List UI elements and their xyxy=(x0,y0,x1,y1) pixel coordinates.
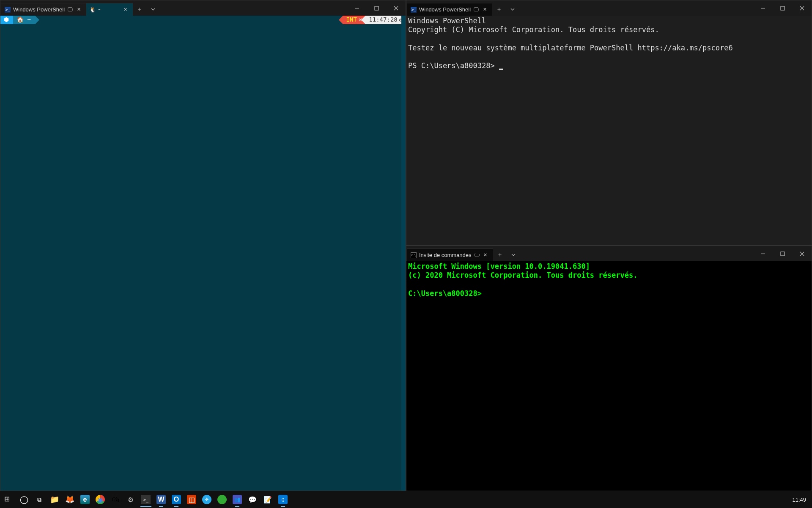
titlebar[interactable]: >_ Windows PowerShell 🖵 ✕ 🐧 ~ ✕ ＋ xyxy=(0,0,406,16)
taskbar-firefox[interactable]: 🦊 xyxy=(63,492,77,507)
taskbar-outlook[interactable]: O xyxy=(169,492,184,507)
status-path: 🏠 ~ xyxy=(16,16,31,24)
window-controls xyxy=(753,1,812,15)
taskview-icon: ⧉ xyxy=(37,496,41,503)
gear-icon: ⚙ xyxy=(128,496,134,504)
tab-close-icon[interactable]: ✕ xyxy=(481,6,488,13)
status-right: INT ✕ 11:47:28 ⚙ xyxy=(343,16,406,24)
minimize-button[interactable] xyxy=(753,247,773,260)
tab-powershell[interactable]: >_ Windows PowerShell 🖵 ✕ xyxy=(1,3,86,16)
output-line: Copyright (C) Microsoft Corporation. Tou… xyxy=(408,25,659,34)
close-button[interactable] xyxy=(792,247,812,260)
taskbar-settings[interactable]: ⚙ xyxy=(123,492,138,507)
powershell-icon: >_ xyxy=(411,7,417,13)
taskbar-telegram[interactable]: ✈ xyxy=(200,492,214,507)
taskbar-search[interactable]: ◯ xyxy=(17,492,31,507)
tab-close-icon[interactable]: ✕ xyxy=(75,6,82,13)
svg-rect-5 xyxy=(375,6,379,10)
taskbar-teams[interactable]: 👥 xyxy=(230,492,244,507)
monitor-icon: 🖵 xyxy=(473,6,479,13)
chevron-down-icon xyxy=(151,7,155,11)
taskbar-store[interactable]: 🛍 xyxy=(108,492,123,507)
tab-cmd[interactable]: C:\ Invite de commandes 🖵 ✕ xyxy=(407,248,493,261)
status-segment-path: 🏠 ~ xyxy=(13,16,35,24)
maximize-button[interactable] xyxy=(773,247,792,260)
chevron-down-icon xyxy=(511,253,516,257)
taskbar-edge[interactable]: e xyxy=(78,492,92,507)
taskbar-clock[interactable]: 11:49 xyxy=(788,497,810,503)
hex-icon: ⬢ xyxy=(4,16,9,24)
search-icon: ◯ xyxy=(20,495,28,504)
mode-label: INT xyxy=(346,16,357,24)
taskbar-taskview[interactable]: ⧉ xyxy=(32,492,47,507)
titlebar[interactable]: >_ Windows PowerShell 🖵 ✕ ＋ xyxy=(406,0,812,16)
close-button[interactable] xyxy=(792,1,812,15)
cmd-icon: C:\ xyxy=(411,252,417,258)
window-controls xyxy=(347,1,406,15)
tab-title: Windows PowerShell xyxy=(13,6,65,13)
output-line: Microsoft Windows [version 10.0.19041.63… xyxy=(408,262,590,271)
new-tab-button[interactable]: ＋ xyxy=(493,248,507,261)
taskbar-explorer[interactable]: 📁 xyxy=(47,492,62,507)
tab-close-icon[interactable]: ✕ xyxy=(122,6,129,13)
window-powershell-top: >_ Windows PowerShell 🖵 ✕ ＋ Windows Powe… xyxy=(406,0,812,246)
office-icon: ◫ xyxy=(187,495,196,504)
tab-title: ~ xyxy=(98,6,102,13)
terminal-output[interactable]: Microsoft Windows [version 10.0.19041.63… xyxy=(406,261,812,491)
tab-dropdown-button[interactable] xyxy=(507,248,520,261)
window-cmd: C:\ Invite de commandes 🖵 ✕ ＋ Microsoft … xyxy=(406,246,812,491)
terminal-output[interactable]: ⬢ 🏠 ~ INT ✕ 11:47:28 ⚙ xyxy=(0,16,406,491)
cursor xyxy=(499,69,503,70)
terminal-output[interactable]: Windows PowerShell Copyright (C) Microso… xyxy=(406,16,812,245)
tab-linux[interactable]: 🐧 ~ ✕ xyxy=(86,3,133,16)
minimize-button[interactable] xyxy=(753,1,773,15)
windows-icon: ⊞ xyxy=(4,495,14,504)
new-tab-button[interactable]: ＋ xyxy=(133,3,146,16)
taskbar-terminal[interactable]: >_ xyxy=(139,492,153,507)
taskbar-office[interactable]: ◫ xyxy=(184,492,199,507)
svg-rect-1 xyxy=(781,6,785,10)
outlook-icon: O xyxy=(172,495,181,504)
minimize-button[interactable] xyxy=(347,1,367,15)
tab-title: Invite de commandes xyxy=(419,252,472,258)
new-tab-button[interactable]: ＋ xyxy=(492,3,506,16)
monitor-icon: 🖵 xyxy=(474,252,480,258)
status-segment-host: ⬢ xyxy=(0,16,13,24)
output-line: Testez le nouveau système multiplateform… xyxy=(408,44,733,52)
tab-dropdown-button[interactable] xyxy=(146,3,160,16)
prompt: PS C:\Users\a800328> xyxy=(408,61,499,70)
chevron-down-icon xyxy=(510,7,515,11)
taskbar-vscode[interactable]: ⟨⟩ xyxy=(276,492,290,507)
taskbar-start[interactable]: ⊞ xyxy=(2,492,16,507)
window-controls xyxy=(753,247,812,260)
output-line: (c) 2020 Microsoft Corporation. Tous dro… xyxy=(408,271,637,279)
taskbar-app-green[interactable] xyxy=(215,492,229,507)
tab-close-icon[interactable]: ✕ xyxy=(482,252,489,259)
window-right: >_ Windows PowerShell 🖵 ✕ 🐧 ~ ✕ ＋ xyxy=(0,0,406,491)
taskbar-notepad[interactable]: 📝 xyxy=(261,492,275,507)
monitor-icon: 🖵 xyxy=(67,6,73,13)
word-icon: W xyxy=(156,495,166,504)
terminal-icon: >_ xyxy=(141,495,151,504)
teams-icon: 👥 xyxy=(233,495,242,504)
maximize-button[interactable] xyxy=(367,1,386,15)
output-line: Windows PowerShell xyxy=(408,17,486,25)
notepad-icon: 📝 xyxy=(263,496,272,504)
tab-dropdown-button[interactable] xyxy=(506,3,519,16)
close-button[interactable] xyxy=(386,1,406,15)
maximize-button[interactable] xyxy=(773,1,792,15)
svg-rect-9 xyxy=(781,252,785,256)
tab-powershell[interactable]: >_ Windows PowerShell 🖵 ✕ xyxy=(407,3,492,16)
taskbar-chat[interactable]: 💬 xyxy=(245,492,260,507)
edge-icon: e xyxy=(80,495,90,504)
scrollbar[interactable] xyxy=(401,16,406,491)
taskbar-word[interactable]: W xyxy=(154,492,168,507)
titlebar[interactable]: C:\ Invite de commandes 🖵 ✕ ＋ xyxy=(406,246,812,261)
store-icon: 🛍 xyxy=(112,495,119,504)
folder-icon: 📁 xyxy=(50,495,59,504)
powershell-icon: >_ xyxy=(5,7,11,13)
taskbar: ⊞ ◯ ⧉ 📁 🦊 e ◉ 🛍 ⚙ >_ W O ◫ ✈ 👥 💬 📝 ⟨⟩ 11… xyxy=(0,491,812,508)
taskbar-chrome[interactable]: ◉ xyxy=(93,492,107,507)
prompt: C:\Users\a800328> xyxy=(408,289,482,298)
linux-icon: 🐧 xyxy=(90,7,96,13)
